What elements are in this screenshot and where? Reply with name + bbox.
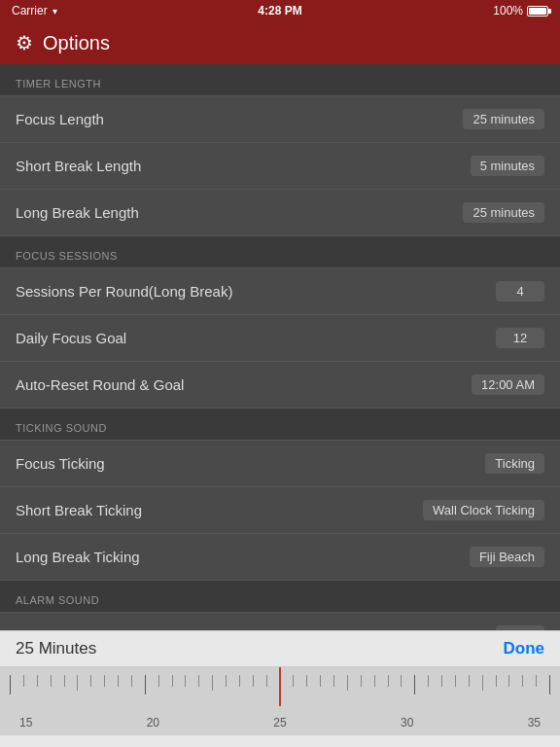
- ruler-num-20: 20: [147, 716, 159, 729]
- auto-reset-row[interactable]: Auto-Reset Round & Goal 12:00 AM: [0, 362, 560, 408]
- picker-done-button[interactable]: Done: [504, 639, 545, 658]
- focus-ticking-label: Focus Ticking: [16, 455, 105, 472]
- short-break-ticking-row[interactable]: Short Break Ticking Wall Clock Ticking: [0, 487, 560, 534]
- ticking-sound-group: Focus Ticking Ticking Short Break Tickin…: [0, 440, 560, 581]
- picker-bar[interactable]: 25 Minutes Done ticks from 15 to 35 minu…: [0, 630, 560, 747]
- long-break-length-label: Long Break Length: [16, 204, 139, 221]
- sessions-per-round-label: Sessions Per Round(Long Break): [16, 283, 232, 300]
- alarm-sound-group: Focus Alarm Desk Short Break Alarm Chime…: [0, 612, 560, 630]
- ruler-num-30: 30: [401, 716, 413, 729]
- long-break-ticking-value: Fiji Beach: [470, 547, 544, 567]
- status-bar: Carrier ▾ 4:28 PM 100%: [0, 0, 560, 21]
- short-break-length-row[interactable]: Short Break Length 5 minutes: [0, 143, 560, 190]
- focus-ticking-row[interactable]: Focus Ticking Ticking: [0, 441, 560, 487]
- daily-focus-goal-label: Daily Focus Goal: [16, 330, 126, 346]
- wifi-icon: ▾: [52, 6, 57, 17]
- timer-length-group: Focus Length 25 minutes Short Break Leng…: [0, 95, 560, 236]
- status-right: 100%: [493, 4, 548, 18]
- section-alarm-sound: ALARM SOUND Focus Alarm Desk Short Break…: [0, 581, 560, 630]
- page-title: Options: [43, 32, 110, 54]
- daily-focus-goal-value: 12: [496, 328, 544, 348]
- picker-ruler[interactable]: ticks from 15 to 35 minutes 15 20 25 30 …: [0, 667, 560, 735]
- short-break-length-value: 5 minutes: [471, 156, 544, 176]
- focus-length-value: 25 minutes: [463, 109, 544, 129]
- section-label-timer: TIMER LENGTH: [0, 64, 560, 95]
- auto-reset-label: Auto-Reset Round & Goal: [16, 376, 184, 393]
- carrier-label: Carrier: [12, 4, 48, 18]
- long-break-ticking-row[interactable]: Long Break Ticking Fiji Beach: [0, 534, 560, 580]
- long-break-length-value: 25 minutes: [463, 202, 544, 223]
- ruler-numbers: 15 20 25 30 35: [0, 716, 560, 729]
- section-focus-sessions: FOCUS SESSIONS Sessions Per Round(Long B…: [0, 236, 560, 409]
- battery-percent: 100%: [493, 4, 523, 18]
- ruler-indicator: [279, 667, 281, 706]
- section-label-alarm: ALARM SOUND: [0, 581, 560, 612]
- short-break-ticking-label: Short Break Ticking: [16, 502, 142, 518]
- short-break-length-label: Short Break Length: [16, 158, 141, 174]
- focus-length-row[interactable]: Focus Length 25 minutes: [0, 96, 560, 143]
- section-label-focus: FOCUS SESSIONS: [0, 236, 560, 267]
- settings-icon: ⚙: [16, 31, 33, 54]
- section-label-ticking: TICKING SOUND: [0, 409, 560, 440]
- focus-alarm-row[interactable]: Focus Alarm Desk: [0, 613, 560, 630]
- ruler-num-35: 35: [528, 716, 541, 729]
- picker-label: 25 Minutes: [16, 639, 96, 658]
- long-break-length-row[interactable]: Long Break Length 25 minutes: [0, 190, 560, 235]
- content-scroll[interactable]: TIMER LENGTH Focus Length 25 minutes Sho…: [0, 64, 560, 630]
- ruler-num-15: 15: [19, 716, 32, 729]
- auto-reset-value: 12:00 AM: [472, 374, 544, 395]
- focus-length-label: Focus Length: [16, 111, 104, 127]
- header: ⚙ Options: [0, 21, 560, 64]
- sessions-per-round-row[interactable]: Sessions Per Round(Long Break) 4: [0, 268, 560, 315]
- status-time: 4:28 PM: [258, 4, 301, 18]
- daily-focus-goal-row[interactable]: Daily Focus Goal 12: [0, 315, 560, 362]
- section-timer-length: TIMER LENGTH Focus Length 25 minutes Sho…: [0, 64, 560, 236]
- picker-toolbar: 25 Minutes Done: [0, 631, 560, 667]
- status-left: Carrier ▾: [12, 4, 57, 18]
- section-ticking-sound: TICKING SOUND Focus Ticking Ticking Shor…: [0, 409, 560, 581]
- sessions-per-round-value: 4: [496, 281, 544, 302]
- short-break-ticking-value: Wall Clock Ticking: [423, 500, 544, 520]
- battery-icon: [527, 6, 548, 17]
- focus-sessions-group: Sessions Per Round(Long Break) 4 Daily F…: [0, 267, 560, 409]
- ruler-num-25: 25: [273, 716, 286, 729]
- focus-ticking-value: Ticking: [485, 453, 544, 474]
- long-break-ticking-label: Long Break Ticking: [16, 549, 140, 565]
